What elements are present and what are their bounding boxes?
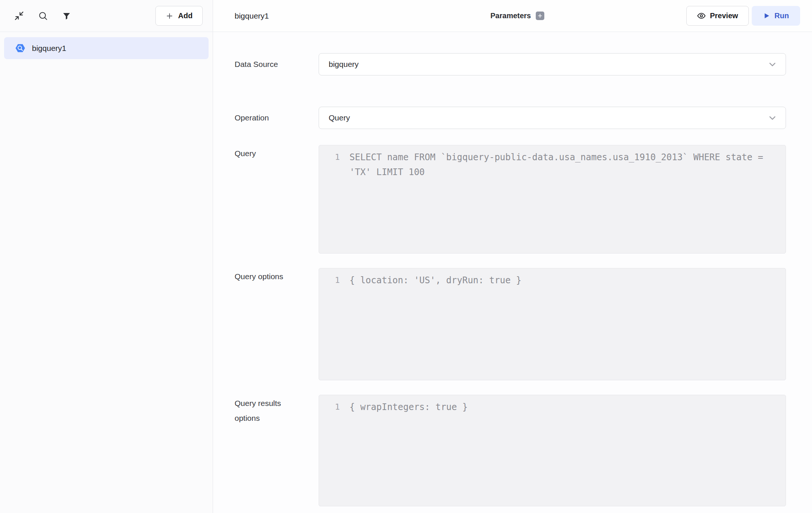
query-editor-panel: bigquery1 Parameters Preview bbox=[213, 0, 812, 513]
parameters-add-icon bbox=[538, 13, 542, 18]
add-parameter-button[interactable] bbox=[536, 12, 544, 20]
chevron-down-icon bbox=[767, 59, 777, 70]
data-source-label: Data Source bbox=[235, 57, 319, 72]
operation-label: Operation bbox=[235, 110, 319, 125]
add-query-button[interactable]: Add bbox=[155, 6, 203, 26]
app-window: Add bigquery1 bigquery1 bbox=[0, 0, 812, 513]
data-source-select[interactable]: bigquery bbox=[319, 53, 786, 75]
operation-row: Operation Query bbox=[235, 107, 786, 129]
query-code-editor[interactable]: 1 SELECT name FROM `bigquery-public-data… bbox=[319, 145, 786, 254]
line-number: 1 bbox=[319, 150, 340, 165]
search-icon bbox=[38, 11, 48, 21]
query-panel-sidebar: Add bigquery1 bbox=[0, 0, 213, 513]
operation-value: Query bbox=[329, 113, 350, 122]
query-label: Query bbox=[235, 145, 319, 161]
line-number: 1 bbox=[319, 400, 340, 414]
query-results-options-row: Query results options 1 { wrapIntegers: … bbox=[235, 395, 786, 506]
filter-icon bbox=[62, 12, 71, 20]
collapse-icon bbox=[14, 11, 24, 21]
data-source-value: bigquery bbox=[329, 60, 359, 69]
add-button-label: Add bbox=[178, 12, 193, 20]
query-title: bigquery1 bbox=[235, 12, 269, 20]
header-left: bigquery1 bbox=[235, 12, 490, 20]
query-options-label: Query options bbox=[235, 268, 319, 284]
run-button[interactable]: Run bbox=[752, 6, 800, 26]
query-header: bigquery1 Parameters Preview bbox=[213, 0, 812, 32]
query-options-code: { location: 'US', dryRun: true } bbox=[349, 273, 771, 288]
plus-icon bbox=[165, 12, 174, 20]
bigquery-icon bbox=[14, 42, 26, 54]
query-row: Query 1 SELECT name FROM `bigquery-publi… bbox=[235, 145, 786, 254]
filter-button[interactable] bbox=[59, 9, 74, 23]
eye-icon bbox=[697, 12, 706, 20]
chevron-down-icon bbox=[767, 113, 777, 123]
query-options-editor[interactable]: 1 { location: 'US', dryRun: true } bbox=[319, 268, 786, 380]
tab-parameters[interactable]: Parameters bbox=[490, 12, 544, 20]
line-number: 1 bbox=[319, 273, 340, 288]
sidebar-toolbar: Add bbox=[0, 0, 213, 32]
query-results-options-editor[interactable]: 1 { wrapIntegers: true } bbox=[319, 395, 786, 506]
query-list-item-bigquery1[interactable]: bigquery1 bbox=[4, 37, 209, 59]
parameters-label: Parameters bbox=[490, 12, 531, 20]
query-code: SELECT name FROM `bigquery-public-data.u… bbox=[349, 150, 771, 180]
preview-button[interactable]: Preview bbox=[686, 6, 749, 26]
search-button[interactable] bbox=[36, 9, 50, 23]
collapse-panel-button[interactable] bbox=[12, 9, 26, 23]
query-list: bigquery1 bbox=[0, 32, 213, 64]
query-form: Data Source bigquery Operation Query bbox=[213, 32, 812, 513]
preview-button-label: Preview bbox=[710, 12, 738, 20]
query-results-options-code: { wrapIntegers: true } bbox=[349, 400, 771, 414]
operation-select[interactable]: Query bbox=[319, 107, 786, 129]
query-results-options-label: Query results options bbox=[235, 395, 319, 426]
data-source-row: Data Source bigquery bbox=[235, 53, 786, 75]
run-button-label: Run bbox=[774, 12, 789, 20]
query-item-label: bigquery1 bbox=[32, 44, 66, 53]
query-options-row: Query options 1 { location: 'US', dryRun… bbox=[235, 268, 786, 380]
play-icon bbox=[763, 12, 770, 19]
header-actions: Preview Run bbox=[544, 6, 800, 26]
